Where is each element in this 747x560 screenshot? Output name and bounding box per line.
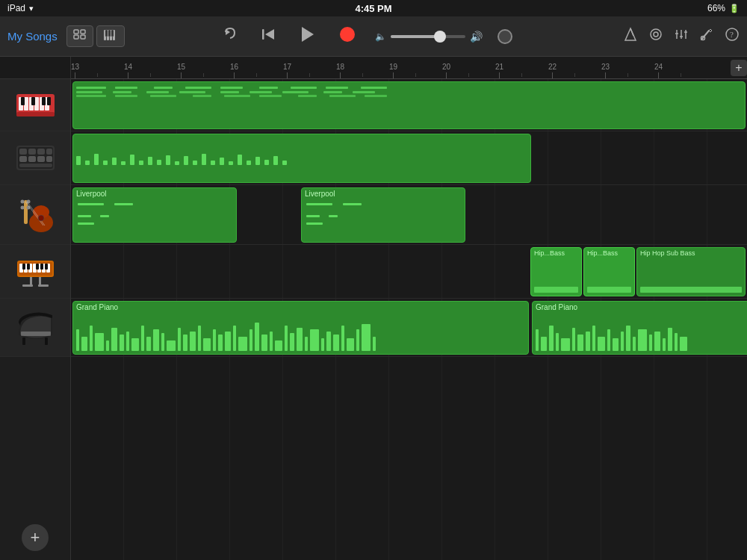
volume-high-icon: 🔊: [470, 31, 483, 43]
add-bar-button[interactable]: +: [731, 60, 747, 76]
clip-hip-bass-1-title: Hip...Bass: [531, 248, 581, 258]
svg-rect-80: [22, 337, 25, 345]
clip-grand-piano-1[interactable]: Grand Piano: [72, 301, 529, 355]
toolbar-center: 🔈 🔊: [133, 22, 599, 52]
track-1-header[interactable]: [0, 79, 70, 131]
svg-point-18: [651, 29, 661, 40]
loop-icon[interactable]: [648, 27, 663, 46]
svg-point-57: [20, 206, 24, 210]
ruler-mark-24: 24: [654, 63, 663, 78]
help-icon[interactable]: ?: [725, 27, 740, 46]
ruler-mark-22: 22: [548, 63, 557, 78]
add-track-button[interactable]: +: [22, 524, 49, 551]
track-5-header[interactable]: [0, 299, 70, 357]
ruler-mark-21: 21: [495, 63, 503, 78]
ruler-mark-19: 19: [389, 63, 397, 78]
svg-rect-75: [45, 264, 48, 270]
clip-hip-bass-1[interactable]: Hip...Bass: [530, 247, 582, 296]
svg-rect-39: [47, 97, 51, 105]
master-knob[interactable]: [498, 29, 512, 44]
grid-view-button[interactable]: [66, 25, 93, 47]
volume-control: 🔈 🔊: [375, 31, 483, 43]
svg-point-55: [20, 200, 24, 204]
svg-point-61: [38, 215, 44, 221]
track-list: +: [0, 57, 71, 560]
svg-rect-37: [31, 97, 35, 105]
track-3-header[interactable]: [0, 185, 70, 245]
clip-liverpool-1[interactable]: Liverpool: [72, 187, 237, 243]
view-toggle: [66, 25, 125, 47]
undo-button[interactable]: [220, 23, 242, 49]
svg-rect-49: [37, 156, 45, 162]
svg-rect-0: [74, 30, 78, 34]
ruler-mark-23: 23: [601, 63, 610, 78]
main-area: + 13 14 15 16 17 18 19 20 21 22 23 24: [0, 57, 747, 560]
ruler-mark-14: 14: [124, 63, 132, 78]
track-row-2: [71, 131, 747, 185]
tracks-container: Liverpool: [71, 79, 747, 560]
clip-hip-bass-2[interactable]: Hip...Bass: [583, 247, 635, 296]
svg-rect-47: [19, 156, 27, 162]
svg-rect-8: [105, 30, 108, 37]
svg-rect-51: [19, 164, 52, 167]
status-right: 66% 🔋: [707, 3, 740, 13]
ruler-mark-16: 16: [230, 63, 238, 78]
wifi-icon: ▾: [29, 4, 34, 13]
svg-rect-82: [21, 332, 51, 336]
svg-line-17: [630, 28, 633, 36]
clip-liverpool-2[interactable]: Liverpool: [301, 187, 465, 243]
play-button[interactable]: [294, 22, 320, 52]
svg-rect-78: [22, 284, 33, 287]
clip-hip-hop-sub-bass[interactable]: Hip Hop Sub Bass: [636, 247, 746, 296]
clip-liverpool-2-title: Liverpool: [302, 188, 465, 199]
ruler-mark-17: 17: [283, 63, 291, 78]
svg-rect-40: [16, 112, 55, 116]
svg-marker-11: [226, 29, 230, 35]
clip-liverpool-1-title: Liverpool: [73, 188, 236, 199]
svg-rect-73: [36, 264, 39, 270]
ruler-spacer: [0, 57, 70, 79]
ruler-mark-18: 18: [336, 63, 344, 78]
svg-rect-46: [46, 149, 52, 155]
track-list-empty: [0, 357, 70, 515]
svg-rect-12: [262, 29, 264, 40]
clip-drum-1[interactable]: [72, 134, 531, 183]
ruler: 13 14 15 16 17 18 19 20 21 22 23 24: [71, 57, 747, 79]
metronome-icon[interactable]: [623, 27, 638, 46]
track-2-header[interactable]: [0, 131, 70, 185]
time-display: 4:45 PM: [355, 3, 391, 14]
svg-rect-3: [81, 35, 85, 39]
svg-marker-16: [625, 28, 636, 40]
my-songs-button[interactable]: My Songs: [7, 30, 58, 43]
svg-rect-81: [45, 337, 48, 345]
volume-slider[interactable]: [391, 35, 465, 38]
piano-view-button[interactable]: [96, 25, 125, 47]
svg-rect-50: [46, 156, 52, 162]
volume-low-icon: 🔈: [375, 31, 386, 42]
svg-rect-79: [38, 284, 49, 287]
timeline-area: 13 14 15 16 17 18 19 20 21 22 23 24: [71, 57, 747, 560]
svg-rect-2: [74, 35, 78, 39]
clip-hip-hop-sub-bass-title: Hip Hop Sub Bass: [637, 248, 745, 258]
mixer-icon[interactable]: [674, 27, 689, 46]
record-button[interactable]: [335, 22, 360, 52]
clip-synth-1[interactable]: [72, 81, 746, 129]
clip-hip-bass-2-title: Hip...Bass: [584, 248, 634, 258]
clip-grand-piano-2[interactable]: Grand Piano: [532, 301, 747, 355]
rewind-button[interactable]: [257, 23, 279, 49]
svg-rect-9: [108, 30, 111, 37]
svg-rect-72: [27, 264, 30, 270]
svg-rect-38: [42, 97, 46, 105]
settings-icon[interactable]: [699, 27, 714, 46]
svg-rect-36: [21, 97, 25, 105]
toolbar: My Songs: [0, 16, 747, 57]
svg-rect-43: [19, 149, 27, 155]
track-4-header[interactable]: [0, 245, 70, 299]
status-bar: iPad ▾ 4:45 PM 66% 🔋: [0, 0, 747, 16]
svg-rect-48: [28, 156, 36, 162]
ruler-mark-13: 13: [71, 63, 79, 78]
toolbar-left: My Songs: [7, 25, 127, 47]
keys-instrument-icon: [13, 249, 58, 294]
piano-instrument-icon: [13, 305, 58, 350]
ruler-mark-15: 15: [177, 63, 185, 78]
